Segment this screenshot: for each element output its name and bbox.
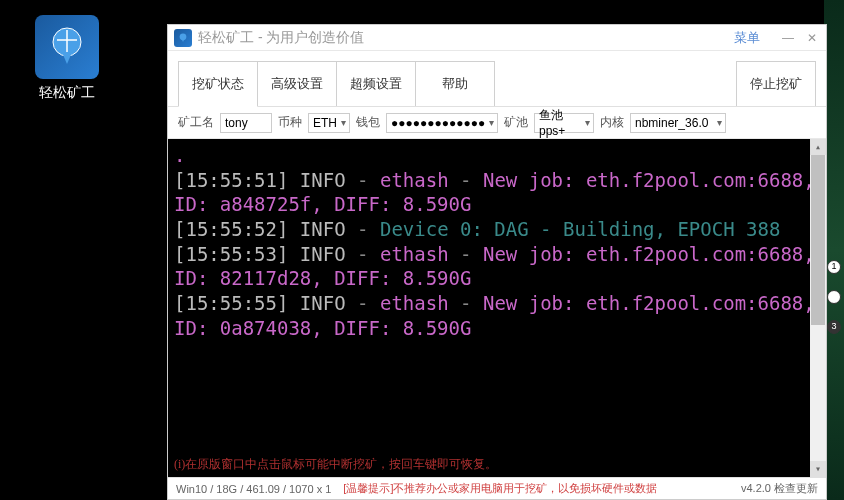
tab-help[interactable]: 帮助 xyxy=(415,61,495,106)
tab-overclock[interactable]: 超频设置 xyxy=(336,61,416,106)
desktop-icon-label: 轻松矿工 xyxy=(22,84,112,102)
wallet-label: 钱包 xyxy=(356,114,380,131)
console-lines: . [15:55:51] INFO - ethash - New job: et… xyxy=(168,139,826,345)
coin-label: 币种 xyxy=(278,114,302,131)
warning-message: [温馨提示]不推荐办公或家用电脑用于挖矿，以免损坏硬件或数据 xyxy=(343,481,657,496)
worker-name-input[interactable] xyxy=(220,113,272,133)
desktop-shortcut[interactable]: 轻松矿工 xyxy=(22,15,112,102)
titlebar: 轻松矿工 - 为用户创造价值 菜单 — ✕ xyxy=(168,25,826,51)
bg-circle-3: 3 xyxy=(827,320,841,334)
tab-mining-status[interactable]: 挖矿状态 xyxy=(178,61,258,107)
version-check-update[interactable]: v4.2.0 检查更新 xyxy=(741,481,818,496)
minimize-button[interactable]: — xyxy=(780,31,796,45)
scroll-thumb[interactable] xyxy=(811,155,825,325)
menu-button[interactable]: 菜单 xyxy=(734,29,760,47)
wallet-select[interactable]: ●●●●●●●●●●●●● xyxy=(386,113,498,133)
app-icon xyxy=(35,15,99,79)
bg-circle-1: 1 xyxy=(827,260,841,274)
system-info: Win10 / 18G / 461.09 / 1070 x 1 xyxy=(176,483,331,495)
statusbar: Win10 / 18G / 461.09 / 1070 x 1 [温馨提示]不推… xyxy=(168,477,826,499)
window-title: 轻松矿工 - 为用户创造价值 xyxy=(198,29,734,47)
tab-bar: 挖矿状态 高级设置 超频设置 帮助 停止挖矿 xyxy=(168,51,826,107)
scroll-down-button[interactable]: ▾ xyxy=(810,461,826,477)
bg-circle-2 xyxy=(827,290,841,304)
stop-mining-button[interactable]: 停止挖矿 xyxy=(736,61,816,106)
console-scrollbar[interactable]: ▴ ▾ xyxy=(810,139,826,477)
worker-label: 矿工名 xyxy=(178,114,214,131)
coin-select[interactable]: ETH xyxy=(308,113,350,133)
desktop-background-decoration: 1 3 xyxy=(824,0,844,500)
parameters-row: 矿工名 币种 ETH 钱包 ●●●●●●●●●●●●● 矿池 鱼池pps+ 内核… xyxy=(168,107,826,139)
close-button[interactable]: ✕ xyxy=(804,31,820,45)
kernel-select[interactable]: nbminer_36.0 xyxy=(630,113,726,133)
console-hint: (i)在原版窗口中点击鼠标可能中断挖矿，按回车键即可恢复。 xyxy=(174,456,497,473)
kernel-label: 内核 xyxy=(600,114,624,131)
scroll-up-button[interactable]: ▴ xyxy=(810,139,826,155)
tab-advanced[interactable]: 高级设置 xyxy=(257,61,337,106)
console-output: . [15:55:51] INFO - ethash - New job: et… xyxy=(168,139,826,477)
titlebar-logo-icon xyxy=(174,29,192,47)
app-window: 轻松矿工 - 为用户创造价值 菜单 — ✕ 挖矿状态 高级设置 超频设置 帮助 … xyxy=(167,24,827,500)
pool-label: 矿池 xyxy=(504,114,528,131)
pool-select[interactable]: 鱼池pps+ xyxy=(534,113,594,133)
